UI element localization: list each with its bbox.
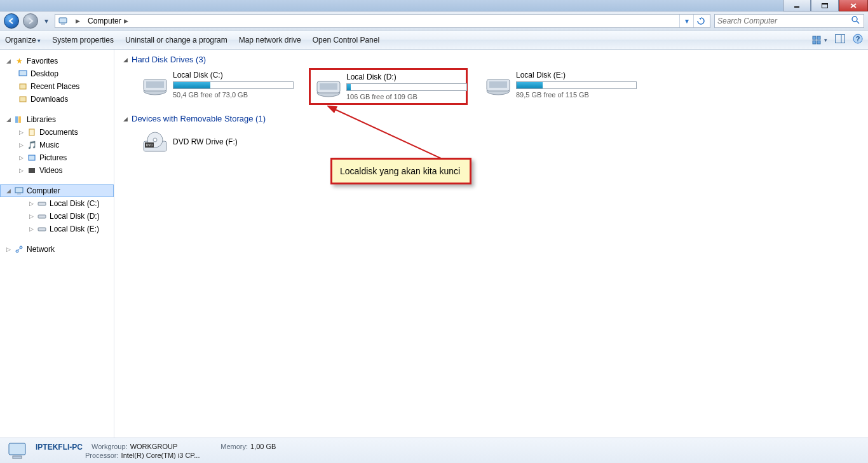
- drive-free-text: 50,4 GB free of 73,0 GB: [173, 91, 294, 99]
- crumb-root-arrow[interactable]: ▶: [69, 15, 84, 27]
- svg-rect-35: [146, 81, 164, 88]
- annotation-box: Localdisk yang akan kita kunci: [330, 158, 471, 184]
- svg-rect-20: [15, 116, 18, 123]
- svg-rect-19: [20, 97, 26, 102]
- tree-pictures[interactable]: ▷Pictures: [0, 151, 114, 164]
- drive-item[interactable]: Local Disk (D:)106 GB free of 109 GB: [309, 68, 468, 105]
- back-button[interactable]: [4, 13, 19, 29]
- videos-icon: [27, 165, 37, 176]
- computer-icon: [58, 16, 68, 26]
- dvd-drive-icon: DVD: [141, 130, 169, 156]
- command-bar: Organize System properties Uninstall or …: [0, 31, 868, 50]
- breadcrumb-bar[interactable]: ▶ Computer▶ ▾: [55, 14, 710, 28]
- search-input[interactable]: [717, 17, 851, 25]
- tree-local-disk-e[interactable]: ▷Local Disk (E:): [0, 223, 114, 235]
- svg-rect-5: [59, 18, 67, 23]
- svg-rect-18: [20, 84, 26, 89]
- crumb-computer[interactable]: Computer▶: [84, 15, 132, 27]
- refresh-button[interactable]: [693, 15, 707, 27]
- svg-rect-29: [38, 228, 46, 231]
- svg-rect-38: [320, 83, 337, 90]
- tree-favorites[interactable]: ◢★Favorites: [0, 55, 114, 67]
- organize-menu[interactable]: Organize: [5, 36, 41, 45]
- svg-line-8: [857, 21, 859, 24]
- search-box[interactable]: [714, 14, 864, 28]
- forward-button[interactable]: [23, 13, 38, 29]
- svg-rect-48: [9, 443, 25, 455]
- tree-recent-places[interactable]: Recent Places: [0, 80, 114, 93]
- tree-local-disk-c[interactable]: ▷Local Disk (C:): [0, 197, 114, 210]
- details-memory: 1,00 GB: [250, 443, 276, 452]
- svg-rect-9: [813, 36, 816, 39]
- network-icon: [14, 244, 24, 254]
- svg-rect-12: [817, 41, 820, 44]
- tree-documents[interactable]: ▷Documents: [0, 126, 114, 139]
- favorites-icon: ★: [14, 56, 24, 66]
- category-hdd[interactable]: ◢Hard Disk Drives (3): [122, 55, 860, 64]
- drive-item[interactable]: Local Disk (E:)89,5 GB free of 115 GB: [480, 68, 639, 105]
- details-processor: Intel(R) Core(TM) i3 CP...: [121, 452, 200, 459]
- music-icon: 🎵: [27, 140, 37, 150]
- system-properties-button[interactable]: System properties: [52, 36, 114, 45]
- svg-rect-26: [17, 193, 21, 195]
- uninstall-program-button[interactable]: Uninstall or change a program: [125, 36, 227, 45]
- details-pane: IPTEKFLI-PC Workgroup: WORKGROUP Memory:…: [0, 438, 868, 463]
- svg-rect-13: [836, 35, 845, 43]
- preview-pane-button[interactable]: [835, 34, 845, 45]
- hard-drive-icon: [484, 71, 512, 97]
- svg-rect-10: [817, 36, 820, 39]
- address-dropdown[interactable]: ▾: [679, 15, 693, 27]
- tree-downloads[interactable]: Downloads: [0, 93, 114, 106]
- drive-name: Local Disk (D:): [346, 73, 467, 81]
- maximize-button[interactable]: [811, 0, 839, 11]
- drive-name: Local Disk (E:): [516, 71, 637, 79]
- close-button[interactable]: [839, 0, 868, 11]
- computer-icon: [14, 186, 24, 196]
- tree-libraries[interactable]: ◢Libraries: [0, 113, 114, 126]
- details-processor-label: Processor:: [85, 452, 119, 459]
- map-network-drive-button[interactable]: Map network drive: [239, 36, 301, 45]
- pictures-icon: [27, 153, 37, 163]
- drive-icon: [37, 224, 47, 234]
- annotation-text: Localdisk yang akan kita kunci: [340, 166, 460, 176]
- svg-rect-25: [15, 188, 23, 193]
- svg-rect-27: [38, 202, 46, 205]
- tree-computer[interactable]: ◢Computer: [0, 184, 114, 197]
- tree-label: Computer: [27, 186, 60, 195]
- libraries-icon: [14, 114, 24, 125]
- help-button[interactable]: ?: [853, 34, 863, 46]
- change-view-button[interactable]: ▾: [812, 36, 827, 45]
- hard-drive-icon: [315, 73, 342, 99]
- open-control-panel-button[interactable]: Open Control Panel: [313, 36, 379, 45]
- tree-network[interactable]: ▷Network: [0, 243, 114, 256]
- svg-text:?: ?: [856, 35, 860, 43]
- tree-videos[interactable]: ▷Videos: [0, 164, 114, 177]
- svg-rect-41: [489, 81, 507, 88]
- svg-rect-49: [13, 456, 22, 459]
- tree-desktop[interactable]: Desktop: [0, 67, 114, 80]
- svg-rect-28: [38, 215, 46, 218]
- tree-label: Favorites: [27, 57, 58, 66]
- details-computer-name: IPTEKFLI-PC: [36, 443, 83, 452]
- address-bar: ▾ ▶ Computer▶ ▾: [0, 11, 868, 31]
- hard-drive-icon: [141, 71, 169, 97]
- tree-label: Network: [27, 245, 55, 254]
- content-pane: ◢Hard Disk Drives (3) Local Disk (C:)50,…: [114, 50, 868, 438]
- recent-locations-dropdown[interactable]: ▾: [42, 17, 51, 25]
- drive-icon: [37, 211, 47, 221]
- svg-rect-11: [813, 41, 816, 44]
- svg-rect-6: [61, 24, 65, 25]
- drive-item[interactable]: DVDDVD RW Drive (F:): [137, 127, 296, 159]
- tree-music[interactable]: ▷🎵Music: [0, 139, 114, 151]
- drive-icon: [37, 198, 47, 209]
- drive-free-text: 89,5 GB free of 115 GB: [516, 91, 637, 99]
- category-removable[interactable]: ◢Devices with Removable Storage (1): [122, 114, 860, 123]
- drive-usage-bar: [173, 81, 294, 89]
- drive-usage-bar: [516, 81, 637, 89]
- minimize-button[interactable]: [783, 0, 811, 11]
- window-titlebar: [0, 0, 868, 11]
- tree-local-disk-d[interactable]: ▷Local Disk (D:): [0, 210, 114, 223]
- details-workgroup-label: Workgroup:: [92, 443, 128, 452]
- details-memory-label: Memory:: [220, 443, 248, 452]
- drive-item[interactable]: Local Disk (C:)50,4 GB free of 73,0 GB: [137, 68, 296, 105]
